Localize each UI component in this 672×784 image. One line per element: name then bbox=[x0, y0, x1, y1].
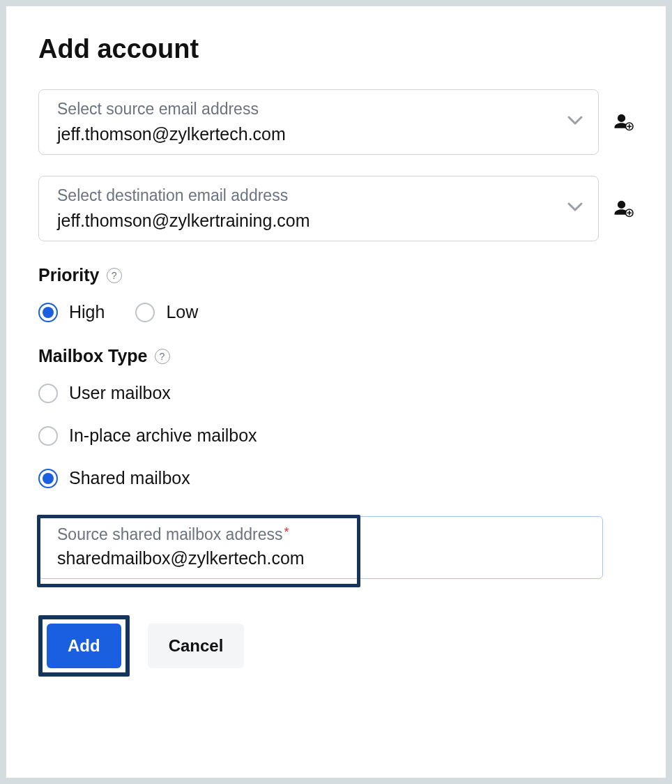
help-icon[interactable]: ? bbox=[107, 268, 122, 283]
button-row: Add Cancel bbox=[38, 615, 634, 677]
source-email-select[interactable]: Select source email address jeff.thomson… bbox=[38, 89, 599, 155]
radio-icon bbox=[38, 384, 58, 403]
chevron-down-icon bbox=[567, 116, 583, 128]
priority-section: Priority ? bbox=[38, 265, 634, 285]
source-email-value: jeff.thomson@zylkertech.com bbox=[57, 124, 563, 144]
priority-high-label: High bbox=[69, 302, 105, 322]
priority-low-label: Low bbox=[166, 302, 198, 322]
radio-icon bbox=[38, 426, 58, 446]
priority-high-radio[interactable]: High bbox=[38, 302, 105, 322]
required-asterisk: * bbox=[284, 525, 289, 539]
shared-mailbox-input[interactable] bbox=[57, 544, 584, 568]
radio-icon bbox=[38, 469, 58, 488]
mailbox-shared-radio[interactable]: Shared mailbox bbox=[38, 468, 634, 488]
mailbox-shared-label: Shared mailbox bbox=[69, 468, 190, 488]
help-icon[interactable]: ? bbox=[155, 349, 170, 364]
source-email-label: Select source email address bbox=[57, 100, 563, 119]
mailbox-archive-label: In-place archive mailbox bbox=[69, 425, 257, 446]
priority-label: Priority bbox=[38, 265, 100, 285]
add-account-panel: Add account Select source email address … bbox=[6, 6, 666, 778]
radio-icon bbox=[38, 303, 58, 322]
add-user-icon[interactable] bbox=[613, 198, 634, 219]
destination-email-label: Select destination email address bbox=[57, 186, 563, 205]
destination-email-select[interactable]: Select destination email address jeff.th… bbox=[38, 176, 599, 241]
add-button-highlight: Add bbox=[38, 615, 130, 677]
cancel-button[interactable]: Cancel bbox=[148, 624, 245, 668]
mailbox-archive-radio[interactable]: In-place archive mailbox bbox=[38, 425, 634, 446]
mailbox-type-label: Mailbox Type bbox=[38, 346, 148, 366]
source-email-row: Select source email address jeff.thomson… bbox=[38, 89, 634, 155]
mailbox-user-label: User mailbox bbox=[69, 383, 171, 403]
priority-options: High Low bbox=[38, 302, 634, 322]
mailbox-user-radio[interactable]: User mailbox bbox=[38, 383, 634, 403]
radio-icon bbox=[135, 303, 155, 322]
chevron-down-icon bbox=[567, 202, 583, 215]
shared-mailbox-field-wrap: Source shared mailbox address* bbox=[38, 516, 634, 579]
add-button[interactable]: Add bbox=[47, 624, 121, 668]
shared-mailbox-input-box[interactable]: Source shared mailbox address* bbox=[38, 516, 603, 579]
destination-email-value: jeff.thomson@zylkertraining.com bbox=[57, 211, 563, 231]
priority-low-radio[interactable]: Low bbox=[135, 302, 198, 322]
shared-mailbox-label: Source shared mailbox address* bbox=[57, 525, 584, 544]
add-user-icon[interactable] bbox=[613, 112, 634, 133]
mailbox-type-options: User mailbox In-place archive mailbox Sh… bbox=[38, 383, 634, 488]
mailbox-type-section: Mailbox Type ? bbox=[38, 346, 634, 366]
page-title: Add account bbox=[38, 34, 634, 64]
destination-email-row: Select destination email address jeff.th… bbox=[38, 176, 634, 241]
